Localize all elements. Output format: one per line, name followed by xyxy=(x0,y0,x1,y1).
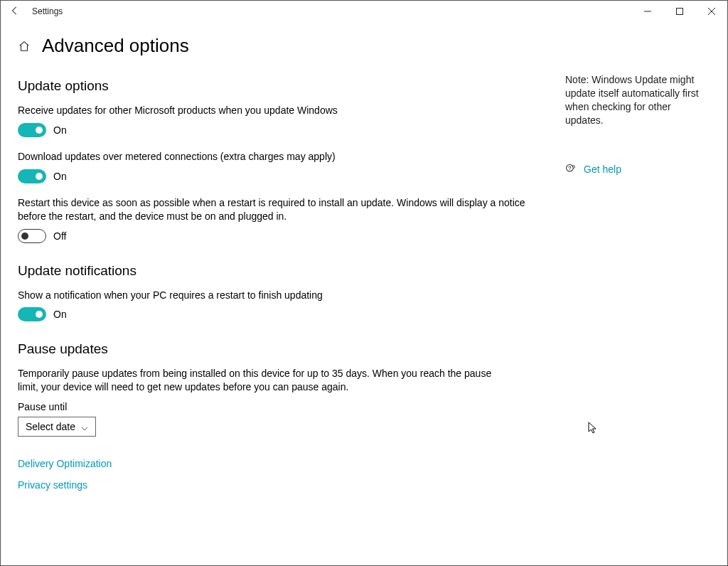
toggle-other-products[interactable] xyxy=(18,123,46,137)
setting-desc: Show a notification when your PC require… xyxy=(18,289,544,302)
pause-until-label: Pause until xyxy=(18,401,544,412)
link-privacy-settings[interactable]: Privacy settings xyxy=(18,479,544,491)
maximize-button[interactable] xyxy=(663,1,695,22)
toggle-state: On xyxy=(53,124,67,136)
toggle-state: On xyxy=(53,171,67,182)
side-note: Note: Windows Update might update itself… xyxy=(565,73,710,127)
toggle-state: On xyxy=(53,309,67,320)
setting-restart-notification: Show a notification when your PC require… xyxy=(18,289,544,322)
setting-desc: Restart this device as soon as possible … xyxy=(18,196,544,223)
toggle-metered[interactable] xyxy=(18,169,46,183)
svg-point-5 xyxy=(569,169,570,170)
toggle-restart-asap[interactable] xyxy=(18,229,46,243)
setting-desc: Download updates over metered connection… xyxy=(18,150,544,164)
setting-other-products: Receive updates for other Microsoft prod… xyxy=(18,104,544,137)
titlebar: Settings xyxy=(1,1,727,22)
toggle-state: Off xyxy=(53,230,66,242)
pause-desc: Temporarily pause updates from being ins… xyxy=(18,367,494,394)
link-delivery-optimization[interactable]: Delivery Optimization xyxy=(18,458,544,469)
side-panel: Note: Windows Update might update itself… xyxy=(558,22,710,491)
page-title: Advanced options xyxy=(42,35,189,57)
get-help-link[interactable]: Get help xyxy=(584,164,621,175)
main-content: Advanced options Update options Receive … xyxy=(18,22,558,491)
back-button[interactable] xyxy=(1,6,29,18)
chevron-down-icon xyxy=(81,423,88,430)
section-update-notifications: Update notifications xyxy=(18,263,544,279)
dropdown-value: Select date xyxy=(26,421,75,432)
help-icon xyxy=(565,163,577,176)
home-icon[interactable] xyxy=(18,40,32,53)
setting-desc: Receive updates for other Microsoft prod… xyxy=(18,104,544,117)
toggle-restart-notification[interactable] xyxy=(18,307,46,321)
setting-metered: Download updates over metered connection… xyxy=(18,150,544,183)
app-title: Settings xyxy=(29,6,63,16)
window-controls xyxy=(631,1,727,22)
setting-restart-asap: Restart this device as soon as possible … xyxy=(18,196,544,243)
pause-until-dropdown[interactable]: Select date xyxy=(18,417,96,437)
section-pause-updates: Pause updates xyxy=(18,341,544,357)
svg-rect-1 xyxy=(676,9,682,15)
close-button[interactable] xyxy=(695,1,727,22)
section-update-options: Update options xyxy=(18,78,544,94)
minimize-button[interactable] xyxy=(631,1,663,22)
svg-point-4 xyxy=(567,164,574,171)
